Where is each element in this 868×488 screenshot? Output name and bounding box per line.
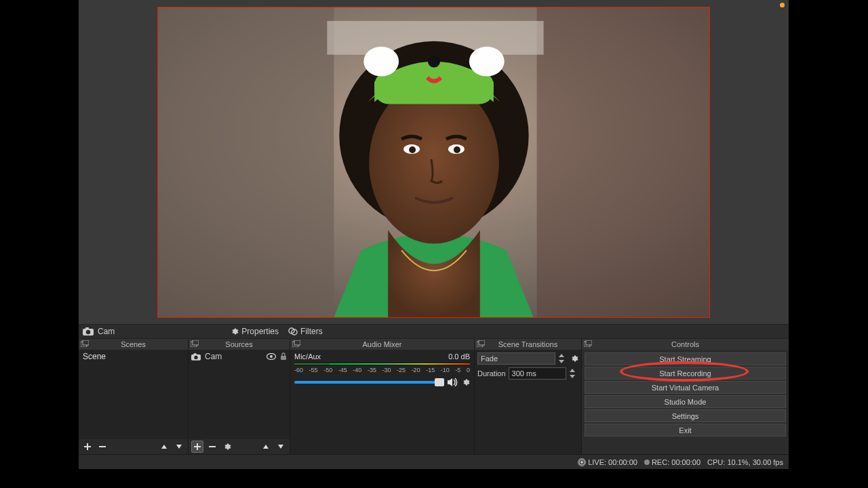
filters-button[interactable]: Filters	[285, 327, 326, 336]
svg-point-8	[409, 146, 416, 153]
add-source-button[interactable]	[191, 441, 203, 453]
status-bar: LIVE: 00:00:00 REC: 00:00:00 CPU: 10.1%,…	[79, 454, 789, 469]
gear-icon	[231, 327, 239, 336]
speaker-icon[interactable]	[447, 378, 458, 387]
popout-icon[interactable]	[191, 340, 199, 347]
exit-button[interactable]: Exit	[585, 424, 786, 436]
gear-icon[interactable]	[462, 378, 470, 386]
cpu-status: CPU: 10.1%, 30.00 fps	[707, 458, 783, 466]
duration-label: Duration	[477, 369, 506, 378]
svg-rect-34	[586, 340, 592, 345]
lock-icon[interactable]	[280, 352, 287, 361]
preview-area	[79, 0, 789, 324]
transition-select[interactable]: Fade	[477, 352, 555, 365]
studio-mode-button[interactable]: Studio Mode	[585, 395, 786, 408]
controls-header: Controls	[582, 339, 789, 350]
svg-point-27	[270, 355, 273, 358]
svg-rect-28	[281, 356, 286, 360]
settings-button[interactable]: Settings	[585, 409, 786, 422]
svg-point-9	[454, 146, 460, 153]
source-down-button[interactable]	[275, 441, 287, 453]
mixer-header: Audio Mixer	[290, 339, 474, 350]
svg-point-13	[428, 55, 440, 67]
sources-header: Sources	[189, 339, 290, 350]
svg-rect-32	[479, 340, 485, 345]
gear-icon[interactable]	[570, 354, 578, 363]
svg-rect-2	[537, 7, 710, 317]
remove-scene-button[interactable]	[96, 441, 108, 453]
add-scene-button[interactable]	[81, 441, 94, 453]
scene-up-button[interactable]	[158, 441, 170, 453]
svg-point-16	[86, 330, 90, 334]
svg-rect-1	[158, 7, 334, 317]
svg-rect-10	[374, 71, 494, 104]
svg-point-35	[580, 461, 583, 464]
volume-slider[interactable]	[294, 381, 443, 384]
scenes-panel: Scenes Scene	[79, 339, 189, 454]
mixer-level: 0.0 dB	[448, 352, 470, 361]
camera-icon	[83, 327, 94, 336]
svg-point-11	[363, 46, 399, 76]
scene-item[interactable]: Scene	[79, 350, 188, 363]
svg-rect-22	[193, 340, 199, 345]
svg-rect-15	[85, 327, 89, 329]
svg-rect-20	[83, 340, 89, 345]
stepper-icon[interactable]	[569, 368, 578, 379]
popout-icon[interactable]	[292, 340, 300, 347]
popout-icon[interactable]	[477, 340, 485, 347]
start-virtual-camera-button[interactable]: Start Virtual Camera	[585, 381, 786, 394]
start-streaming-button[interactable]: Start Streaming	[585, 352, 786, 365]
scene-down-button[interactable]	[173, 441, 185, 453]
svg-point-12	[469, 46, 505, 76]
remove-source-button[interactable]	[206, 441, 218, 453]
svg-point-25	[194, 355, 197, 359]
status-indicator-dot	[780, 3, 785, 7]
transitions-header: Scene Transitions	[475, 339, 581, 350]
filters-icon	[288, 327, 298, 336]
webcam-preview[interactable]	[157, 7, 710, 318]
svg-rect-24	[194, 353, 197, 355]
broadcast-icon	[578, 458, 588, 466]
mixer-channel-name: Mic/Aux	[294, 352, 321, 361]
source-item[interactable]: Cam	[189, 350, 290, 363]
eye-icon[interactable]	[267, 353, 276, 360]
camera-icon	[191, 353, 201, 361]
audio-mixer-panel: Audio Mixer Mic/Aux 0.0 dB -60-55-50-45-…	[290, 339, 475, 454]
properties-button[interactable]: Properties	[228, 327, 281, 336]
toolbar-source-name: Cam	[98, 327, 115, 336]
controls-panel: Controls Start Streaming Start Recording…	[582, 339, 789, 454]
meter-ticks: -60-55-50-45-40-35-30-25-20-15-10-50	[294, 367, 470, 373]
duration-input[interactable]: 300 ms	[509, 367, 566, 380]
source-toolbar: Cam Properties Filters	[79, 324, 789, 339]
popout-icon[interactable]	[584, 340, 592, 347]
stepper-icon[interactable]	[558, 353, 568, 364]
rec-status: REC: 00:00:00	[644, 458, 701, 466]
popout-icon[interactable]	[81, 340, 89, 347]
svg-rect-30	[294, 340, 300, 345]
live-status: LIVE: 00:00:00	[578, 458, 637, 466]
sources-panel: Sources Cam	[189, 339, 290, 454]
svg-point-5	[369, 81, 499, 243]
start-recording-button[interactable]: Start Recording	[585, 367, 786, 380]
source-up-button[interactable]	[260, 441, 272, 453]
source-settings-button[interactable]	[221, 441, 233, 453]
obs-window: Cam Properties Filters Scenes	[79, 0, 789, 469]
audio-meter: -60-55-50-45-40-35-30-25-20-15-10-50	[294, 363, 470, 373]
dock: Scenes Scene Sources	[79, 339, 789, 454]
scenes-header: Scenes	[79, 339, 188, 350]
record-dot-icon	[644, 460, 650, 465]
transitions-panel: Scene Transitions Fade Duration	[475, 339, 582, 454]
